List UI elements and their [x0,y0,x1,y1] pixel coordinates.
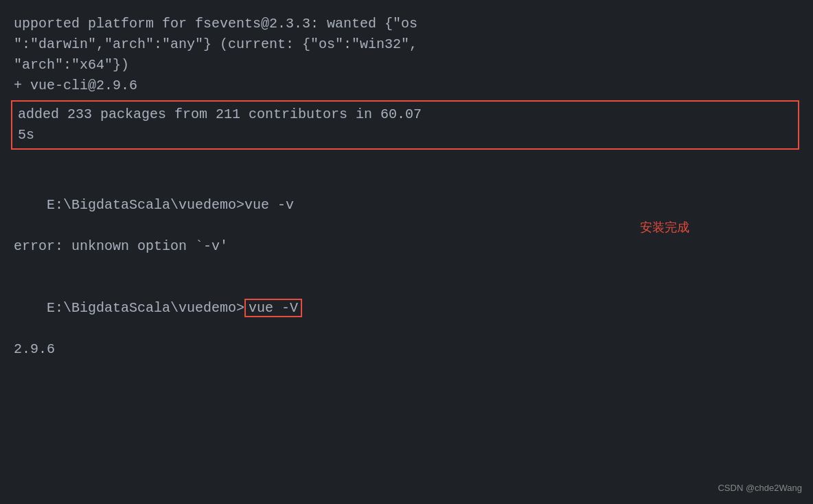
result-line-1: 2.9.6 [14,339,799,360]
blank-line-1 [14,154,799,174]
blank-line-2 [14,257,799,277]
command-1: vue -v [244,197,294,213]
command-2-highlighted: vue -V [244,299,302,317]
terminal-line-3: "arch":"x64"}) [14,55,799,76]
prompt-1: E:\BigdataScala\vuedemo> [47,197,244,213]
terminal-line-1: upported platform for fsevents@2.3.3: wa… [14,14,799,34]
prompt-2: E:\BigdataScala\vuedemo> [47,300,244,316]
packages-line-2: 5s [18,125,792,146]
error-line-1: error: unknown option `-v' [14,236,799,257]
terminal-line-2: ":"darwin","arch":"any"} (current: {"os"… [14,34,799,55]
highlighted-packages-block: added 233 packages from 211 contributors… [11,100,799,150]
terminal-line-4: + vue-cli@2.9.6 [14,76,799,96]
terminal-window: upported platform for fsevents@2.3.3: wa… [0,0,813,504]
watermark: CSDN @chde2Wang [718,481,802,495]
annotation-install-complete: 安装完成 [640,218,689,237]
command-line-2: E:\BigdataScala\vuedemo>vue -V [14,277,799,339]
packages-line-1: added 233 packages from 211 contributors… [18,104,792,125]
